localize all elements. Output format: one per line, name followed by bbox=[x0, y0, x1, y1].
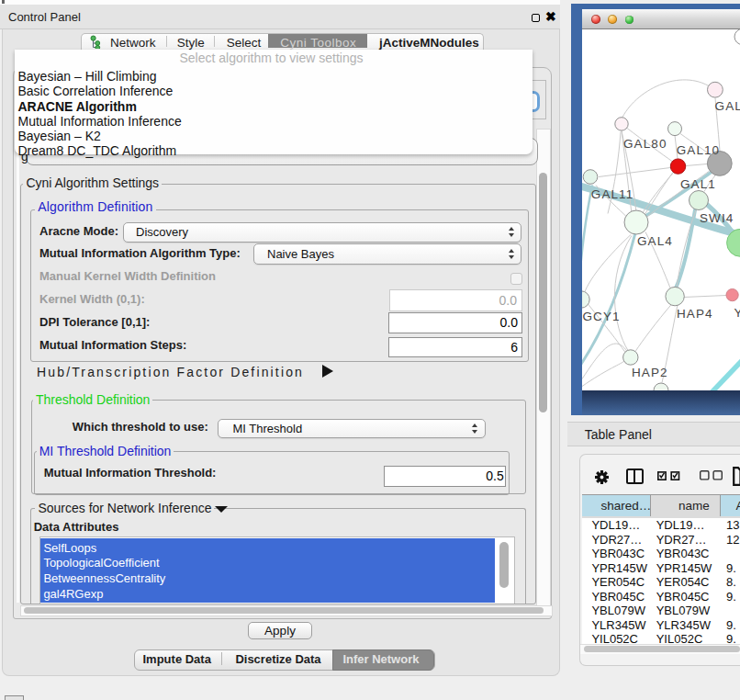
svg-text:HAP2: HAP2 bbox=[632, 366, 668, 379]
svg-text:GAL10: GAL10 bbox=[677, 143, 721, 157]
svg-text:GAL80: GAL80 bbox=[623, 137, 667, 151]
svg-text:GCY1: GCY1 bbox=[583, 309, 621, 322]
svg-text:Y: Y bbox=[734, 306, 740, 320]
svg-text:GAL4: GAL4 bbox=[637, 233, 673, 247]
svg-text:SWI4: SWI4 bbox=[700, 210, 734, 224]
svg-text:GAL11: GAL11 bbox=[591, 186, 634, 200]
svg-text:GAL1: GAL1 bbox=[680, 176, 716, 190]
svg-text:GAL7: GAL7 bbox=[715, 98, 740, 112]
svg-text:HAP4: HAP4 bbox=[677, 307, 713, 321]
